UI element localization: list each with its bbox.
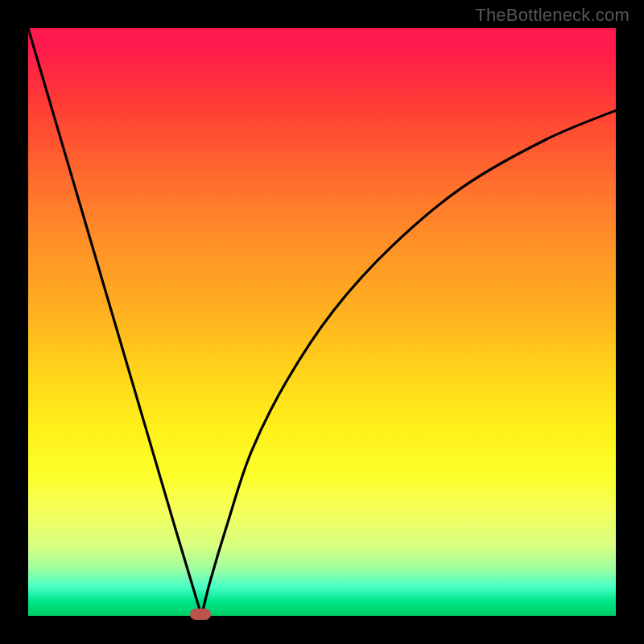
watermark-text: TheBottleneck.com [475,5,630,26]
curve-left-branch [28,28,201,616]
curve-layer [28,28,616,616]
min-marker [190,609,211,620]
chart-frame: TheBottleneck.com [0,0,644,644]
curve-right-branch [201,110,616,616]
plot-area [28,28,616,616]
